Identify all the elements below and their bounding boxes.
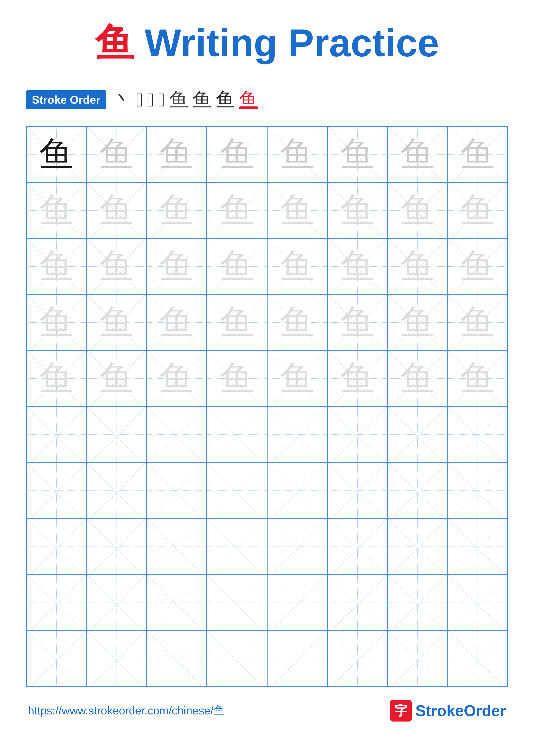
grid-cell-r9-c8[interactable] <box>447 575 508 631</box>
grid-cell-r3-c7[interactable]: 鱼 <box>387 238 447 294</box>
grid-cell-r10-c8[interactable] <box>447 631 508 687</box>
grid-cell-r2-c2[interactable]: 鱼 <box>87 182 146 238</box>
grid-cell-r8-c7[interactable] <box>387 519 447 575</box>
svg-line-122 <box>328 519 387 575</box>
grid-cell-r6-c4[interactable] <box>207 406 267 463</box>
svg-line-89 <box>267 407 327 463</box>
grid-cell-r3-c3[interactable]: 鱼 <box>147 238 207 294</box>
grid-cell-r3-c6[interactable]: 鱼 <box>327 238 387 294</box>
svg-line-131 <box>87 575 146 631</box>
grid-cell-r7-c3[interactable] <box>147 463 207 519</box>
grid-cell-r4-c6[interactable]: 鱼 <box>327 294 387 350</box>
svg-line-112 <box>27 519 86 575</box>
grid-cell-r7-c2[interactable] <box>87 463 146 519</box>
footer: https://www.strokeorder.com/chinese/鱼 字 … <box>26 700 508 721</box>
grid-cell-r4-c4[interactable]: 鱼 <box>207 294 267 350</box>
grid-cell-r10-c1[interactable] <box>26 631 87 687</box>
grid-cell-r7-c1[interactable] <box>26 463 87 519</box>
grid-cell-r8-c5[interactable] <box>267 519 327 575</box>
grid-cell-r1-c5[interactable]: 鱼 <box>267 126 327 182</box>
grid-cell-r9-c1[interactable] <box>26 575 87 631</box>
svg-line-140 <box>388 575 447 631</box>
svg-line-116 <box>147 519 206 575</box>
grid-cell-r10-c3[interactable] <box>147 631 207 687</box>
grid-cell-r1-c7[interactable]: 鱼 <box>387 126 447 182</box>
grid-cell-r5-c1[interactable]: 鱼 <box>26 350 87 406</box>
grid-cell-r6-c8[interactable] <box>447 406 508 463</box>
grid-cell-r9-c4[interactable] <box>207 575 267 631</box>
grid-cell-r7-c4[interactable] <box>207 463 267 519</box>
grid-cell-r6-c6[interactable] <box>327 406 387 463</box>
grid-cell-r3-c8[interactable]: 鱼 <box>447 238 508 294</box>
svg-line-87 <box>207 407 267 463</box>
grid-cell-r10-c2[interactable] <box>87 631 146 687</box>
grid-cell-r2-c8[interactable]: 鱼 <box>447 182 508 238</box>
grid-cell-r8-c3[interactable] <box>147 519 207 575</box>
grid-cell-r7-c8[interactable] <box>447 463 508 519</box>
grid-cell-r9-c3[interactable] <box>147 575 207 631</box>
grid-cell-r5-c5[interactable]: 鱼 <box>267 350 327 406</box>
grid-cell-r9-c7[interactable] <box>387 575 447 631</box>
svg-line-123 <box>328 519 387 575</box>
grid-cell-r4-c8[interactable]: 鱼 <box>447 294 508 350</box>
grid-cell-r1-c4[interactable]: 鱼 <box>207 126 267 182</box>
grid-cell-r7-c7[interactable] <box>387 463 447 519</box>
grid-cell-r6-c7[interactable] <box>387 406 447 463</box>
grid-cell-r9-c6[interactable] <box>327 575 387 631</box>
svg-line-111 <box>448 463 507 519</box>
grid-cell-r3-c1[interactable]: 鱼 <box>26 238 87 294</box>
grid-cell-r7-c6[interactable] <box>327 463 387 519</box>
grid-cell-r1-c3[interactable]: 鱼 <box>147 126 207 182</box>
grid-cell-r4-c2[interactable]: 鱼 <box>87 294 146 350</box>
grid-cell-r5-c8[interactable]: 鱼 <box>447 350 508 406</box>
grid-cell-r9-c2[interactable] <box>87 575 146 631</box>
grid-cell-r10-c7[interactable] <box>387 631 447 687</box>
grid-cell-r2-c6[interactable]: 鱼 <box>327 182 387 238</box>
grid-cell-r3-c4[interactable]: 鱼 <box>207 238 267 294</box>
grid-cell-r7-c5[interactable] <box>267 463 327 519</box>
grid-cell-r8-c6[interactable] <box>327 519 387 575</box>
grid-cell-r4-c5[interactable]: 鱼 <box>267 294 327 350</box>
svg-line-132 <box>147 575 206 631</box>
grid-cell-r10-c4[interactable] <box>207 631 267 687</box>
grid-cell-r5-c6[interactable]: 鱼 <box>327 350 387 406</box>
grid-cell-r8-c1[interactable] <box>26 519 87 575</box>
grid-cell-r1-c2[interactable]: 鱼 <box>87 126 146 182</box>
grid-cell-r2-c4[interactable]: 鱼 <box>207 182 267 238</box>
grid-cell-r10-c6[interactable] <box>327 631 387 687</box>
svg-line-104 <box>267 463 327 519</box>
svg-line-86 <box>207 407 267 463</box>
grid-cell-r6-c3[interactable] <box>147 406 207 463</box>
grid-cell-r9-c5[interactable] <box>267 575 327 631</box>
grid-cell-r2-c5[interactable]: 鱼 <box>267 182 327 238</box>
svg-line-125 <box>388 519 447 575</box>
grid-cell-r4-c1[interactable]: 鱼 <box>26 294 87 350</box>
svg-line-103 <box>207 463 267 519</box>
grid-cell-r6-c2[interactable] <box>87 406 146 463</box>
grid-cell-r1-c1[interactable]: 鱼 <box>26 126 87 182</box>
grid-cell-r2-c1[interactable]: 鱼 <box>26 182 87 238</box>
grid-cell-r5-c7[interactable]: 鱼 <box>387 350 447 406</box>
grid-cell-r8-c2[interactable] <box>87 519 146 575</box>
grid-cell-r1-c8[interactable]: 鱼 <box>447 126 508 182</box>
grid-cell-r4-c7[interactable]: 鱼 <box>387 294 447 350</box>
grid-cell-r1-c6[interactable]: 鱼 <box>327 126 387 182</box>
stroke-step-4: 𫠂 <box>158 89 165 111</box>
grid-cell-r8-c4[interactable] <box>207 519 267 575</box>
title-area: 鱼 Writing Practice <box>26 17 508 69</box>
grid-cell-r2-c7[interactable]: 鱼 <box>387 182 447 238</box>
grid-cell-r6-c5[interactable] <box>267 406 327 463</box>
grid-cell-r5-c2[interactable]: 鱼 <box>87 350 146 406</box>
grid-cell-r6-c1[interactable] <box>26 406 87 463</box>
grid-cell-r10-c5[interactable] <box>267 631 327 687</box>
grid-cell-r4-c3[interactable]: 鱼 <box>147 294 207 350</box>
grid-cell-r5-c3[interactable]: 鱼 <box>147 350 207 406</box>
grid-cell-r8-c8[interactable] <box>447 519 508 575</box>
svg-line-124 <box>388 519 447 575</box>
grid-cell-r3-c2[interactable]: 鱼 <box>87 238 146 294</box>
svg-line-157 <box>388 631 447 687</box>
footer-url[interactable]: https://www.strokeorder.com/chinese/鱼 <box>28 703 225 718</box>
grid-cell-r2-c3[interactable]: 鱼 <box>147 182 207 238</box>
grid-cell-r5-c4[interactable]: 鱼 <box>207 350 267 406</box>
grid-cell-r3-c5[interactable]: 鱼 <box>267 238 327 294</box>
